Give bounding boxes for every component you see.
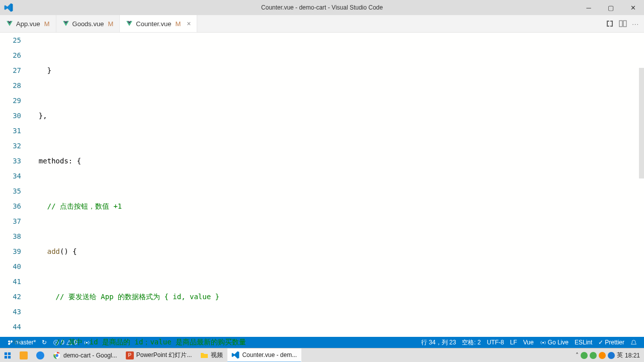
code-area[interactable]: } }, methods: { // 点击按钮，数值 +1 add() { //… xyxy=(30,33,644,337)
svg-rect-0 xyxy=(619,21,622,27)
vscode-logo-icon xyxy=(4,3,13,12)
split-icon[interactable] xyxy=(619,20,627,28)
maximize-button[interactable]: ▢ xyxy=(600,0,622,15)
minimize-button[interactable]: ─ xyxy=(578,0,600,15)
compare-icon[interactable] xyxy=(606,20,614,28)
tab-label: Goods.vue xyxy=(72,20,104,28)
svg-rect-6 xyxy=(8,352,11,354)
svg-rect-5 xyxy=(5,352,7,354)
start-button[interactable] xyxy=(0,348,16,363)
svg-rect-1 xyxy=(623,21,626,27)
tab-app-vue[interactable]: App.vueM xyxy=(0,15,56,32)
tab-bar: App.vueM Goods.vueM Counter.vueM × ··· xyxy=(0,15,644,33)
code-line: // 点击按钮，数值 +1 xyxy=(30,199,644,214)
modified-badge: M xyxy=(108,20,113,28)
close-icon[interactable]: × xyxy=(187,20,191,28)
tab-counter-vue[interactable]: Counter.vueM × xyxy=(120,15,197,32)
vue-icon xyxy=(6,20,13,27)
line-gutter: 2526272829303132333435363738394041424344… xyxy=(0,33,30,337)
code-line: methods: { xyxy=(30,153,644,168)
svg-rect-8 xyxy=(8,355,11,358)
scrollbar-vertical[interactable] xyxy=(637,33,644,337)
svg-rect-7 xyxy=(5,355,7,358)
editor[interactable]: 2526272829303132333435363738394041424344… xyxy=(0,33,644,337)
modified-badge: M xyxy=(44,20,50,28)
code-line: add() { xyxy=(30,244,644,259)
more-icon[interactable]: ··· xyxy=(632,20,639,28)
code-line: } xyxy=(30,63,644,78)
tab-goods-vue[interactable]: Goods.vueM xyxy=(56,15,120,32)
code-line: // 要发送给 App 的数据格式为 { id, value } xyxy=(30,289,644,304)
titlebar: Counter.vue - demo-cart - Visual Studio … xyxy=(0,0,644,15)
close-button[interactable]: ✕ xyxy=(622,0,644,15)
window-title: Counter.vue - demo-cart - Visual Studio … xyxy=(261,4,383,11)
tab-label: App.vue xyxy=(16,20,40,28)
modified-badge: M xyxy=(175,20,181,28)
vue-icon xyxy=(126,20,133,27)
vue-icon xyxy=(62,20,69,27)
tab-label: Counter.vue xyxy=(136,20,171,28)
code-line: }, xyxy=(30,108,644,123)
code-line: // 其中，id 是商品的 id；value 是商品最新的购买数量 xyxy=(30,334,644,349)
